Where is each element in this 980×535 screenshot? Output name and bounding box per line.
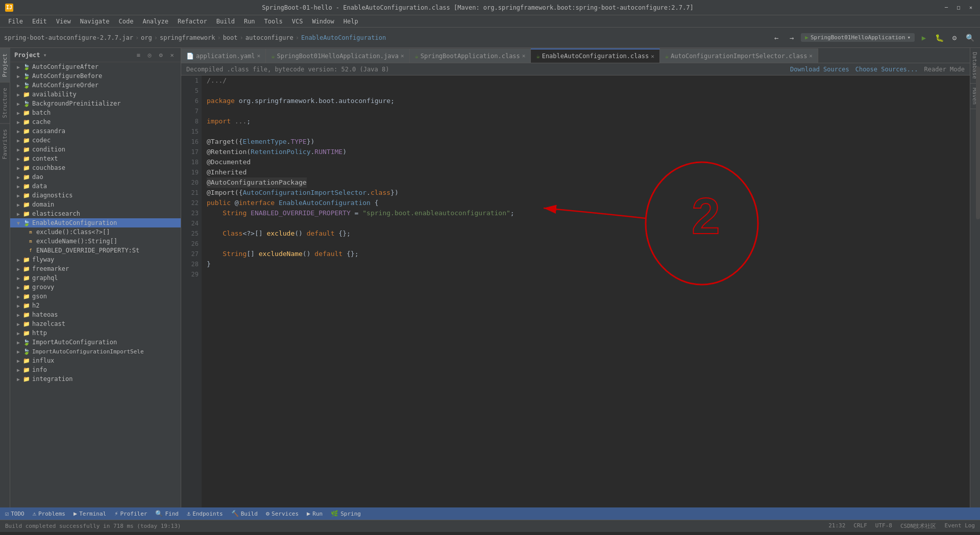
settings-button[interactable]: ⚙ [948,32,961,44]
tree-item-gson[interactable]: ▶ 📁 gson [10,292,181,301]
label-batch: batch [32,109,51,116]
tree-item-cache[interactable]: ▶ 📁 cache [10,117,181,126]
back-button[interactable]: ← [770,32,782,44]
close-button[interactable]: ✕ [967,4,975,12]
tree-item-info[interactable]: ▶ 📁 info [10,365,181,374]
tree-item-context[interactable]: ▶ 📁 context [10,154,181,163]
menu-navigate[interactable]: Navigate [76,17,114,26]
tree-item-importautoconfig[interactable]: ▶ 🍃 ImportAutoConfiguration [10,338,181,347]
tab-springboot-app[interactable]: ☕ SpringBoot01HelloApplication.java ✕ [266,48,409,63]
tree-item-h2[interactable]: ▶ 📁 h2 [10,301,181,310]
profiler-button[interactable]: ⚡ Profiler [114,510,147,517]
menu-help[interactable]: Help [339,17,362,26]
project-header-actions: ≡ ◎ ⚙ ✕ [134,50,177,60]
tree-item-autoconfigurebefore[interactable]: ▶ 🍃 AutoConfigureBefore [10,71,181,81]
tree-item-graphql[interactable]: ▶ 📁 graphql [10,273,181,283]
tree-item-enabled-override[interactable]: f ENABLED_OVERRIDE_PROPERTY:St [10,246,181,255]
folder-icon-batch: 📁 [22,109,31,117]
tree-item-enableautoconfiguration[interactable]: ▼ 🍃 EnableAutoConfiguration [10,218,181,227]
folder-icon-integration: 📁 [22,375,31,383]
code-line-19: @Inherited [207,167,965,177]
tab-enableautoconfig[interactable]: ☕ EnableAutoConfiguration.class ✕ [531,48,659,63]
locate-file-button[interactable]: ◎ [145,50,154,60]
menu-tools[interactable]: Tools [260,17,287,26]
tree-item-diagnostics[interactable]: ▶ 📁 diagnostics [10,191,181,200]
menu-code[interactable]: Code [115,17,138,26]
tab-springbootapplication[interactable]: ☕ SpringBootApplication.class ✕ [410,48,531,63]
tree-item-influx[interactable]: ▶ 📁 influx [10,356,181,365]
minimize-button[interactable]: ─ [942,4,950,12]
run-bottom-button[interactable]: ▶ Run [307,510,323,517]
favorites-tab[interactable]: Favorites [0,123,10,165]
tab-application-yaml[interactable]: 📄 application.yaml ✕ [181,48,266,63]
tree-item-groovy[interactable]: ▶ 📁 groovy [10,283,181,292]
panel-settings-button[interactable]: ⚙ [156,50,165,60]
tree-item-codec[interactable]: ▶ 📁 codec [10,136,181,145]
tree-item-condition[interactable]: ▶ 📁 condition [10,145,181,154]
menu-analyze[interactable]: Analyze [138,17,173,26]
tree-item-availability[interactable]: ▶ 📁 availability [10,90,181,99]
status-crlf[interactable]: CRLF [853,522,867,530]
tree-item-flyway[interactable]: ▶ 📁 flyway [10,255,181,264]
run-configuration[interactable]: ▶ SpringBoot01HelloApplication ▾ [801,33,915,42]
status-utf8[interactable]: UTF-8 [875,522,892,530]
menu-refactor[interactable]: Refactor [174,17,211,26]
todo-button[interactable]: ☑ TODO [5,510,24,517]
tree-item-autoconfigureafter[interactable]: ▶ 🍃 AutoConfigureAfter [10,62,181,71]
reader-mode-button[interactable]: Reader Mode [924,66,965,73]
tree-item-http[interactable]: ▶ 📁 http [10,328,181,338]
tree-item-importautoconfigsele[interactable]: ▶ 🍃 ImportAutoConfigurationImportSele [10,347,181,356]
collapse-all-button[interactable]: ≡ [134,50,143,60]
forward-button[interactable]: → [786,32,798,44]
menu-run[interactable]: Run [240,17,259,26]
method-icon-exclude: m [27,228,35,236]
tree-item-integration[interactable]: ▶ 📁 integration [10,374,181,384]
tree-item-exclude-class[interactable]: m exclude():Class<?>[] [10,227,181,237]
tree-item-elasticsearch[interactable]: ▶ 📁 elasticsearch [10,209,181,218]
maximize-button[interactable]: □ [954,4,963,12]
tree-item-data[interactable]: ▶ 📁 data [10,182,181,191]
debug-button[interactable]: 🐛 [933,32,945,44]
tree-item-batch[interactable]: ▶ 📁 batch [10,108,181,117]
menu-view[interactable]: View [52,17,75,26]
tree-item-hazelcast[interactable]: ▶ 📁 hazelcast [10,319,181,328]
tree-item-couchbase[interactable]: ▶ 📁 couchbase [10,163,181,172]
menu-build[interactable]: Build [212,17,239,26]
search-button[interactable]: 🔍 [964,32,976,44]
run-button[interactable]: ▶ [918,32,930,44]
tree-item-freemarker[interactable]: ▶ 📁 freemarker [10,264,181,273]
tree-item-excludename[interactable]: m excludeName():String[] [10,237,181,246]
services-button[interactable]: ⚙ Services [266,510,299,517]
choose-sources-link[interactable]: Choose Sources... [855,66,918,73]
tab-close-enableautoconfig[interactable]: ✕ [651,53,654,60]
tab-close-app[interactable]: ✕ [401,53,404,59]
tab-close-springbootapp[interactable]: ✕ [522,53,526,59]
tab-close-autoimportselector[interactable]: ✕ [809,53,813,59]
terminal-button[interactable]: ▶ Terminal [74,510,106,517]
menu-window[interactable]: Window [308,17,338,26]
tree-item-autoconfigureorder[interactable]: ▶ 🍃 AutoConfigureOrder [10,81,181,90]
panel-close-button[interactable]: ✕ [167,50,177,60]
download-sources-link[interactable]: Download Sources [790,66,849,73]
status-csdn[interactable]: CSDN技术社区 [900,522,937,530]
tree-item-backgroundpreinit[interactable]: ▶ 🍃 BackgroundPreinitializer [10,99,181,108]
menu-edit[interactable]: Edit [28,17,51,26]
find-button[interactable]: 🔍 Find [155,510,179,517]
menu-file[interactable]: File [4,17,27,26]
menu-vcs[interactable]: VCS [288,17,307,26]
tree-item-domain[interactable]: ▶ 📁 domain [10,200,181,209]
method-icon-excludename: m [27,237,35,245]
status-time[interactable]: 21:32 [828,522,845,530]
build-button[interactable]: 🔨 Build [231,510,258,517]
tree-item-cassandra[interactable]: ▶ 📁 cassandra [10,126,181,136]
tree-item-dao[interactable]: ▶ 📁 dao [10,172,181,182]
tree-item-hateoas[interactable]: ▶ 📁 hateoas [10,310,181,319]
project-tab[interactable]: Project [0,48,10,82]
endpoints-button[interactable]: ⚓ Endpoints [187,510,223,517]
problems-button[interactable]: ⚠ Problems [33,510,65,517]
spring-button[interactable]: 🌿 Spring [331,510,361,517]
structure-tab[interactable]: Structure [0,82,10,123]
tab-autoimportselector[interactable]: ☕ AutoConfigurationImportSelector.class … [660,48,818,63]
status-event-log[interactable]: Event Log [944,522,975,530]
tab-close-yaml[interactable]: ✕ [257,53,261,59]
